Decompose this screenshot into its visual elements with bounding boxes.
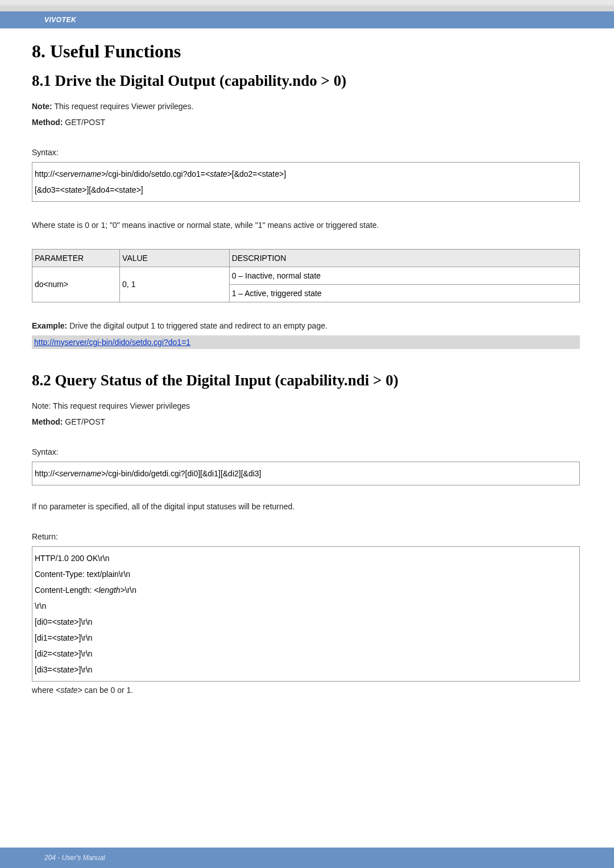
return-line: [di3=<state>]\r\n xyxy=(35,662,577,678)
example-text: Drive the digital output 1 to triggered … xyxy=(67,321,327,330)
syntax-text: [&do2=<state>] xyxy=(232,169,286,178)
syntax-text: http:// xyxy=(35,469,55,478)
document-page: VIVOTEK 8. Useful Functions 8.1 Drive th… xyxy=(0,6,614,868)
syntax-state: <state> xyxy=(205,169,232,178)
noparam-text: If no parameter is specified, all of the… xyxy=(32,500,580,513)
return-length: <length> xyxy=(94,585,125,595)
return-line: [di1=<state>]\r\n xyxy=(35,630,577,646)
syntax-text: /cgi-bin/dido/getdi.cgi?[di0][&di1][&di2… xyxy=(106,469,261,478)
th-parameter: PARAMETER xyxy=(32,249,120,267)
method-label: Method: xyxy=(32,417,63,426)
return-box: HTTP/1.0 200 OK\r\n Content-Type: text/p… xyxy=(32,546,580,682)
method-label: Method: xyxy=(32,118,63,127)
example-link-box: http://myserver/cgi-bin/dido/setdo.cgi?d… xyxy=(32,335,580,349)
syntax-line-2: [&do3=<state>][&do4=<state>] xyxy=(35,182,577,198)
syntax-servername: <servername> xyxy=(55,469,106,478)
note-text: This request requires Viewer privileges. xyxy=(52,102,194,111)
method-text: GET/POST xyxy=(63,118,105,127)
method-82: Method: GET/POST xyxy=(32,416,580,428)
syntax-box-81: http://<servername>/cgi-bin/dido/setdo.c… xyxy=(32,162,580,202)
top-gray-bar xyxy=(0,6,614,11)
return-text: Content-Length: xyxy=(35,585,94,595)
return-line: HTTP/1.0 200 OK\r\n xyxy=(35,550,577,566)
heading-8-1: 8.1 Drive the Digital Output (capability… xyxy=(32,72,580,90)
syntax-line: http://<servername>/cgi-bin/dido/getdi.c… xyxy=(35,466,577,481)
example-label: Example: xyxy=(32,321,67,330)
return-line: Content-Type: text/plain\r\n xyxy=(35,566,577,582)
td-param: do<num> xyxy=(32,267,120,302)
heading-8-2: 8.2 Query Status of the Digital Input (c… xyxy=(32,372,580,389)
th-value: VALUE xyxy=(120,249,230,267)
example-link[interactable]: http://myserver/cgi-bin/dido/setdo.cgi?d… xyxy=(34,338,190,347)
th-description: DESCRIPTION xyxy=(229,249,579,267)
note-label: Note: xyxy=(32,102,52,111)
table-row: do<num> 0, 1 0 – Inactive, normal state xyxy=(32,267,580,284)
syntax-text: /cgi-bin/dido/setdo.cgi?do1= xyxy=(106,169,205,178)
where-text: can be 0 or 1. xyxy=(82,686,134,695)
syntax-label-81: Syntax: xyxy=(32,146,580,159)
method-81: Method: GET/POST xyxy=(32,116,580,128)
return-line: \r\n xyxy=(35,598,577,614)
syntax-servername: <servername> xyxy=(55,169,106,178)
where-state: where <state> can be 0 or 1. xyxy=(32,684,580,696)
param-table-81: PARAMETER VALUE DESCRIPTION do<num> 0, 1… xyxy=(32,249,580,302)
brand-label: VIVOTEK xyxy=(44,16,76,24)
where-text-81: Where state is 0 or 1; "0" means inactiv… xyxy=(32,219,580,231)
where-state-var: <state> xyxy=(56,686,82,695)
return-label: Return: xyxy=(32,530,580,543)
header-band: VIVOTEK xyxy=(0,11,614,28)
example-81: Example: Drive the digital output 1 to t… xyxy=(32,319,580,332)
syntax-label-82: Syntax: xyxy=(32,446,580,458)
return-line: [di2=<state>]\r\n xyxy=(35,646,577,662)
where-text: where xyxy=(32,686,56,695)
method-text: GET/POST xyxy=(63,417,105,426)
td-desc-1: 1 – Active, triggered state xyxy=(229,284,579,302)
syntax-box-82: http://<servername>/cgi-bin/dido/getdi.c… xyxy=(32,462,580,485)
syntax-text: http:// xyxy=(35,169,55,178)
syntax-line-1: http://<servername>/cgi-bin/dido/setdo.c… xyxy=(35,166,577,182)
note-81: Note: This request requires Viewer privi… xyxy=(32,100,580,113)
note-82: Note: This request requires Viewer privi… xyxy=(32,400,580,412)
footer-band: 204 - User's Manual xyxy=(0,848,614,868)
td-value: 0, 1 xyxy=(120,267,230,302)
footer-text: 204 - User's Manual xyxy=(44,854,105,862)
td-desc-0: 0 – Inactive, normal state xyxy=(229,267,579,284)
table-header-row: PARAMETER VALUE DESCRIPTION xyxy=(32,249,580,267)
heading-8: 8. Useful Functions xyxy=(32,41,580,62)
return-text: \r\n xyxy=(125,585,136,595)
content-area: 8. Useful Functions 8.1 Drive the Digita… xyxy=(0,28,614,711)
return-line: Content-Length: <length>\r\n xyxy=(35,582,577,598)
return-line: [di0=<state>]\r\n xyxy=(35,614,577,630)
